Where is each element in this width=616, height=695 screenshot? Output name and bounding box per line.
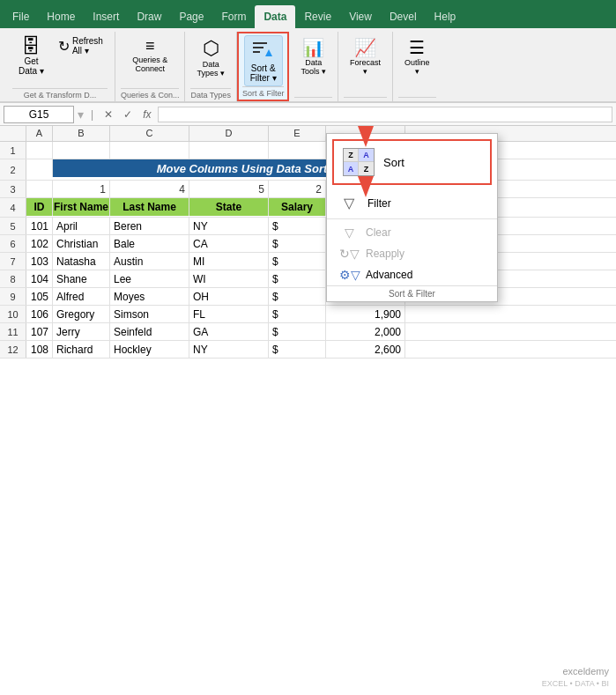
tab-help[interactable]: Help — [426, 5, 465, 28]
cell-e3[interactable]: 2 — [269, 181, 326, 198]
cell-e1[interactable] — [269, 142, 326, 159]
col-header-a[interactable]: A — [26, 126, 53, 141]
col-header-e[interactable]: E — [269, 126, 326, 141]
cell-c1[interactable] — [110, 142, 189, 159]
header-state: State — [189, 198, 269, 216]
rownum-12: 12 — [0, 341, 26, 358]
rownum-9: 9 — [0, 288, 26, 305]
tab-draw[interactable]: Draw — [128, 5, 170, 28]
sort-filter-label: Sort &Filter ▾ — [250, 63, 277, 83]
insert-function-icon: fx — [139, 108, 154, 121]
cell-d3[interactable]: 5 — [189, 181, 269, 198]
rownum-5: 5 — [0, 218, 26, 234]
advanced-label: Advanced — [366, 269, 412, 281]
table-row-2: 7 103 Natasha Austin MI $ 2,500 — [0, 253, 616, 270]
cell-b1[interactable] — [53, 142, 110, 159]
clear-button: ▽ Clear — [327, 222, 497, 243]
name-box[interactable] — [4, 106, 74, 123]
tab-view[interactable]: View — [340, 5, 381, 28]
table-row-1: 6 102 Christian Bale CA $ 2,100 — [0, 235, 616, 253]
col-header-b[interactable]: B — [53, 126, 110, 141]
table-row-3: 8 104 Shane Lee WI $ 1,800 — [0, 270, 616, 288]
cell-a3[interactable] — [26, 181, 53, 198]
reapply-icon: ↻▽ — [339, 247, 359, 261]
cell-c3[interactable]: 4 — [110, 181, 189, 198]
tab-form[interactable]: Form — [212, 5, 255, 28]
sort-filter-dropdown: Z A A Z Sort ▽ Filter ▽ Clear — [326, 133, 498, 302]
confirm-icon: ✓ — [120, 108, 136, 121]
popup-divider-1 — [327, 218, 497, 219]
corner-cell — [0, 126, 26, 141]
header-id: ID — [26, 198, 53, 216]
svg-marker-3 — [265, 49, 272, 56]
fx-icon: ✕ — [100, 108, 116, 121]
forecast-group-label — [344, 97, 387, 100]
tab-insert[interactable]: Insert — [84, 5, 128, 28]
queries-label: Queries &Connect — [132, 55, 167, 73]
table-row-0: 5 101 April Beren NY $ 2,200 — [0, 218, 616, 235]
data-types-icon: ⬡ — [203, 37, 219, 60]
rownum-11: 11 — [0, 323, 26, 340]
data-types-group-label: Data Types — [190, 88, 231, 100]
queries-connections-button[interactable]: ≡ Queries &Connect — [126, 33, 174, 77]
get-data-button[interactable]: 🗄 GetData ▾ — [12, 33, 50, 79]
formula-input[interactable] — [158, 107, 612, 122]
outline-label: Outline▾ — [404, 58, 430, 76]
refresh-icon: ↻ — [58, 38, 70, 55]
tab-developer[interactable]: Devel — [381, 5, 426, 28]
row-2: 2 Move Columns Using Data Sort — [0, 159, 616, 181]
reapply-button: ↻▽ Reapply — [327, 243, 497, 264]
row-3: 3 1 4 5 2 3 — [0, 181, 616, 198]
sort-button[interactable]: Z A A Z Sort — [338, 144, 486, 180]
forecast-button[interactable]: 📈 Forecast▾ — [344, 33, 387, 79]
table-row-7: 12 108 Richard Hockley NY $ 2,600 — [0, 341, 616, 359]
col-header-c[interactable]: C — [110, 126, 189, 141]
reapply-label: Reapply — [366, 248, 404, 260]
sort-filter-icon — [251, 39, 276, 63]
name-box-dropdown[interactable]: ▾ — [78, 107, 84, 122]
table-row-5: 10 106 Gregory Simson FL $ 1,900 — [0, 306, 616, 323]
clear-icon: ▽ — [339, 226, 359, 240]
advanced-button[interactable]: ⚙▽ Advanced — [327, 264, 497, 285]
col-header-d[interactable]: D — [189, 126, 269, 141]
tab-home[interactable]: Home — [38, 5, 84, 28]
cell-a1[interactable] — [26, 142, 53, 159]
data-types-label: DataTypes ▾ — [197, 60, 225, 78]
cell-a2[interactable] — [26, 159, 53, 177]
svg-rect-0 — [253, 42, 267, 44]
tab-page[interactable]: Page — [170, 5, 212, 28]
clear-label: Clear — [366, 226, 391, 239]
tab-file[interactable]: File — [4, 5, 38, 28]
filter-icon: ▽ — [339, 195, 359, 211]
sort-filter-button[interactable]: Sort &Filter ▾ — [244, 35, 283, 86]
filter-popup-button[interactable]: ▽ Filter — [327, 190, 497, 216]
data-types-button[interactable]: ⬡ DataTypes ▾ — [190, 33, 231, 81]
data-tools-icon: 📊 — [302, 37, 324, 58]
row-4: 4 ID First Name Last Name State Salary — [0, 198, 616, 218]
row-1: 1 — [0, 142, 616, 159]
rownum-4: 4 — [0, 198, 26, 217]
data-tools-group-label — [294, 97, 332, 100]
sort-filter-group-label: Sort & Filter — [242, 86, 285, 98]
rownum-3: 3 — [0, 181, 26, 197]
outline-group-label — [398, 97, 436, 100]
header-lastname: Last Name — [110, 198, 189, 216]
get-data-label: GetData ▾ — [19, 56, 44, 76]
header-firstname: First Name — [53, 198, 110, 216]
data-tools-button[interactable]: 📊 DataTools ▾ — [294, 33, 332, 79]
cell-d1[interactable] — [189, 142, 269, 159]
filter-popup-label: Filter — [367, 197, 391, 210]
sort-az-icon: Z A A Z — [343, 148, 375, 176]
watermark: exceldemy EXCEL • DATA • BI — [542, 665, 609, 690]
queries-group-label: Queries & Con... — [121, 88, 180, 100]
watermark-subtitle: EXCEL • DATA • BI — [542, 678, 609, 690]
data-tools-label: DataTools ▾ — [301, 58, 326, 76]
tab-review[interactable]: Revie — [295, 5, 340, 28]
tab-data[interactable]: Data — [255, 5, 295, 28]
formula-bar: ▾ | ✕ ✓ fx — [0, 103, 616, 126]
refresh-all-button[interactable]: ↻ RefreshAll ▾ — [54, 33, 108, 58]
rownum-2: 2 — [0, 159, 26, 180]
tab-bar: File Home Insert Draw Page Form Data Rev… — [0, 0, 616, 28]
outline-button[interactable]: ☰ Outline▾ — [398, 33, 436, 79]
cell-b3[interactable]: 1 — [53, 181, 110, 198]
